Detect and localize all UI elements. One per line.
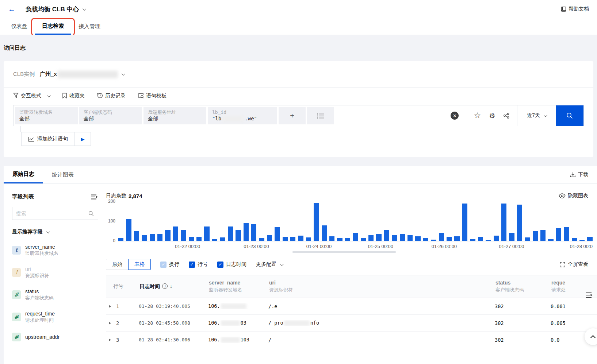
hide-chart-button[interactable]: 隐藏图表 xyxy=(559,193,588,199)
chart-bar[interactable] xyxy=(353,233,358,241)
chart-bar[interactable] xyxy=(423,238,428,241)
collapse-panel-icon[interactable] xyxy=(91,194,98,200)
chart-bar[interactable] xyxy=(486,240,491,241)
chart-bar[interactable] xyxy=(470,239,475,241)
chart-bar[interactable] xyxy=(298,236,303,241)
view-table-button[interactable]: 表格 xyxy=(128,259,151,270)
field-item-uri[interactable]: !uri资源标识符 xyxy=(12,261,100,283)
download-button[interactable]: 下载 xyxy=(561,166,597,183)
result-tab-2[interactable]: 统计图表 xyxy=(43,166,83,183)
chart-bar[interactable] xyxy=(556,228,561,241)
horizontal-scrollbar[interactable] xyxy=(292,251,395,253)
col-header-server_name[interactable]: server_name监听器转发域名 xyxy=(208,279,268,293)
chart-bar[interactable] xyxy=(501,204,506,241)
instance-chevron-down-icon[interactable] xyxy=(122,72,125,75)
chart-bar[interactable] xyxy=(540,230,546,241)
chart-bar[interactable] xyxy=(548,239,553,241)
chart-bar[interactable] xyxy=(329,236,334,241)
recommended-fields-toggle[interactable]: 显示推荐字段 xyxy=(12,229,98,235)
filter-chip-4[interactable]: lb_id"lb.we" xyxy=(208,107,277,124)
chart-bar[interactable] xyxy=(525,237,530,241)
col-header-reque[interactable]: reque请求处 xyxy=(551,279,597,293)
chart-bar[interactable] xyxy=(447,237,452,241)
toolbar-item-3[interactable]: 历史记录 xyxy=(97,93,126,100)
chart-bar[interactable] xyxy=(165,230,170,241)
field-search-input[interactable] xyxy=(16,210,88,216)
expand-row-icon[interactable] xyxy=(109,338,111,341)
share-icon[interactable] xyxy=(503,112,510,119)
chart-bar[interactable] xyxy=(118,238,123,241)
chart-bar[interactable] xyxy=(564,227,569,241)
chart-bar[interactable] xyxy=(337,238,342,241)
time-range-selector[interactable]: 近7天 xyxy=(517,105,556,126)
chart-bar[interactable] xyxy=(283,237,288,241)
nav-tab-2[interactable]: 日志检索 xyxy=(35,18,71,35)
toolbar-item-4[interactable]: 语句模板 xyxy=(138,93,167,100)
col-header-status[interactable]: status客户端状态码 xyxy=(495,279,551,293)
chart-bar[interactable] xyxy=(267,235,272,241)
chart-bar[interactable] xyxy=(579,240,585,241)
chart-bar[interactable] xyxy=(407,235,413,241)
chart-bar[interactable] xyxy=(400,234,405,241)
table-row[interactable]: 201-28 02:45:58.008106.03/_pronfo3020.00… xyxy=(106,315,597,332)
add-statement-button[interactable]: 添加统计语句 xyxy=(22,132,74,146)
chart-bar[interactable] xyxy=(368,235,374,241)
log-time-checkbox[interactable]: ✓ 日志时间 xyxy=(217,261,246,268)
chart-bar[interactable] xyxy=(509,233,514,241)
chart-bar[interactable] xyxy=(196,237,202,241)
chart-bar[interactable] xyxy=(572,238,577,241)
chart-bar[interactable] xyxy=(251,224,256,241)
chart-bar[interactable] xyxy=(431,240,436,241)
chart-bar[interactable] xyxy=(220,237,225,241)
chart-bar[interactable] xyxy=(376,234,381,241)
chart-bar[interactable] xyxy=(517,205,522,241)
run-statement-button[interactable]: ▶ xyxy=(74,132,91,146)
chart-bar[interactable] xyxy=(134,231,139,241)
chart-bar[interactable] xyxy=(173,226,178,241)
chart-bar[interactable] xyxy=(275,227,280,241)
chart-bar[interactable] xyxy=(439,233,444,241)
filter-list-button[interactable] xyxy=(307,107,334,124)
chart-bar[interactable] xyxy=(494,236,499,241)
more-config-dropdown[interactable]: 更多配置 xyxy=(256,261,283,268)
chart-bar[interactable] xyxy=(392,235,397,241)
table-row[interactable]: 301-28 02:41:30.006106.103/3020.0 xyxy=(106,332,597,348)
chart-bar[interactable] xyxy=(244,223,249,241)
add-filter-button[interactable]: + xyxy=(279,107,306,124)
chart-bar[interactable] xyxy=(345,238,350,241)
toolbar-item-1[interactable]: 交互模式 xyxy=(13,93,50,99)
chart-bar[interactable] xyxy=(157,234,162,241)
view-raw-button[interactable]: 原始 xyxy=(106,259,128,270)
chart-bar[interactable] xyxy=(322,225,327,241)
chart-bar[interactable] xyxy=(181,230,186,241)
sort-desc-icon[interactable]: ↓ xyxy=(170,283,172,289)
field-item-upstream_addr[interactable]: #upstream_addr xyxy=(12,328,100,346)
filter-chip-1[interactable]: 监听器转发域名全部 xyxy=(15,107,78,124)
expand-row-icon[interactable] xyxy=(109,305,111,308)
filter-chip-3[interactable]: 后端服务地址全部 xyxy=(143,107,206,124)
chart-bar[interactable] xyxy=(306,237,311,241)
chart-plot-area[interactable] xyxy=(118,202,593,241)
chart-bar[interactable] xyxy=(587,237,592,241)
settings-gear-icon[interactable]: ⚙ xyxy=(489,112,495,120)
chart-bar[interactable] xyxy=(478,237,483,241)
back-arrow-icon[interactable]: ← xyxy=(8,5,15,13)
chart-bar[interactable] xyxy=(454,236,459,241)
nav-tab-1[interactable]: 仪表盘 xyxy=(4,18,35,35)
wrap-checkbox[interactable]: ✓ 换行 xyxy=(160,261,179,268)
toolbar-item-2[interactable]: 收藏夹 xyxy=(62,93,85,100)
col-header-uri[interactable]: uri资源标识符 xyxy=(268,279,495,293)
search-button[interactable] xyxy=(556,105,583,126)
field-item-status[interactable]: #status客户端状态码 xyxy=(12,283,100,306)
field-search-icon[interactable] xyxy=(88,210,94,217)
title-chevron-down-icon[interactable] xyxy=(83,7,86,11)
expand-row-icon[interactable] xyxy=(109,322,111,325)
chart-bar[interactable] xyxy=(204,226,209,241)
table-row[interactable]: 101-28 03:19:40.005106./.e3020.001 xyxy=(106,298,597,315)
chart-bar[interactable] xyxy=(533,231,538,241)
chart-bar[interactable] xyxy=(361,238,366,241)
line-number-checkbox[interactable]: ✓ 行号 xyxy=(189,261,208,268)
chart-bar[interactable] xyxy=(290,237,295,241)
field-item-server_name[interactable]: tserver_name监听器转发域名 xyxy=(12,239,100,261)
info-icon[interactable]: i xyxy=(162,283,168,289)
